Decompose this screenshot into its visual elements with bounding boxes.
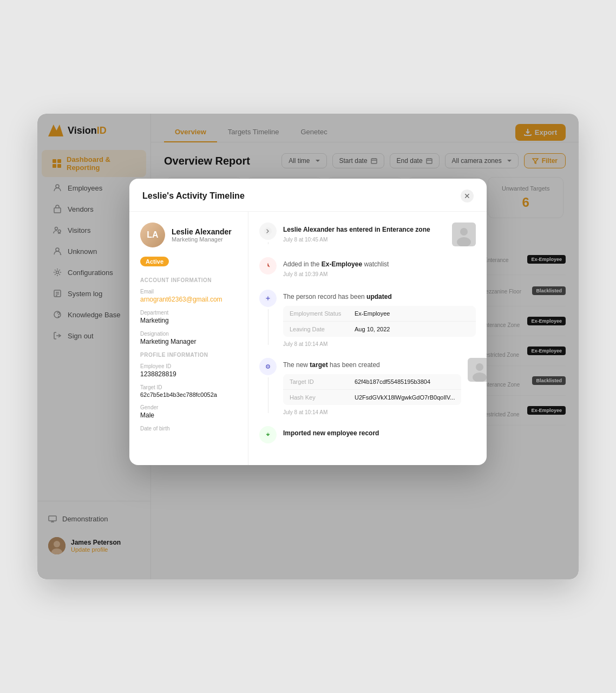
table-row: Employment Status Ex-Employee — [283, 306, 476, 322]
import-icon — [259, 426, 277, 443]
modal-right-panel: Leslie Alexander has entered in Enteranc… — [248, 212, 487, 465]
employee-id-field: Employee ID 1238828819 — [140, 363, 237, 378]
update-icon — [259, 290, 277, 307]
target-icon — [259, 358, 277, 375]
profile-name: Leslie Alexander — [172, 227, 232, 236]
profile-avatar: LA — [140, 223, 165, 247]
timeline-entry-target: The new target has been created Target I… — [259, 358, 476, 415]
gender-field: Gender Male — [140, 404, 237, 419]
enter-zone-icon — [259, 223, 277, 240]
svg-point-40 — [267, 366, 268, 367]
target-table: Target ID 62f4b187cdf55485195b3804 Hash … — [283, 374, 461, 405]
profile-role: Marketing Manager — [172, 236, 232, 243]
profile-section-label: PROFILE INFORMATION — [140, 352, 237, 358]
table-row: Hash Key U2FsdGVkX18lWgwkGdO7rB0qoIlV... — [283, 390, 461, 405]
modal-left-panel: LA Leslie Alexander Marketing Manager Ac… — [129, 212, 248, 465]
modal-header: Leslie's Activity Timeline ✕ — [129, 179, 487, 212]
profile-header: LA Leslie Alexander Marketing Manager — [140, 223, 237, 247]
modal-body: LA Leslie Alexander Marketing Manager Ac… — [129, 212, 487, 465]
timeline-entry-import: Imported new employee record — [259, 426, 476, 443]
timeline-entry-enter: Leslie Alexander has entered in Enteranc… — [259, 223, 476, 246]
table-row: Leaving Date Aug 10, 2022 — [283, 322, 476, 337]
timeline-entry-watchlist: Added in the Ex-Employee watchlist July … — [259, 257, 476, 279]
modal-close-button[interactable]: ✕ — [461, 189, 474, 202]
update-table: Employment Status Ex-Employee Leaving Da… — [283, 306, 476, 337]
modal-title: Leslie's Activity Timeline — [142, 191, 245, 201]
timeline-entry-update: The person record has been updated Emplo… — [259, 290, 476, 347]
svg-point-34 — [460, 228, 468, 236]
activity-timeline-modal: Leslie's Activity Timeline ✕ LA Leslie A… — [129, 179, 487, 465]
designation-field: Designation Marketing Manager — [140, 331, 237, 345]
table-row: Target ID 62f4b187cdf55485195b3804 — [283, 374, 461, 390]
timeline-photo — [452, 223, 476, 246]
timeline-photo — [468, 358, 487, 382]
status-badge: Active — [140, 257, 169, 266]
department-field: Department Marketing — [140, 310, 237, 324]
email-field: Email arnogrant62363@gmail.com — [140, 289, 237, 303]
dob-field: Date of birth — [140, 426, 237, 432]
account-section-label: ACCOUNT INFORMATION — [140, 277, 237, 283]
modal-overlay[interactable]: Leslie's Activity Timeline ✕ LA Leslie A… — [37, 114, 579, 579]
svg-point-42 — [476, 363, 483, 371]
watchlist-icon — [259, 257, 277, 274]
target-id-field: Target ID 62c7b5e1b4b3ec788fc0052a — [140, 384, 237, 398]
